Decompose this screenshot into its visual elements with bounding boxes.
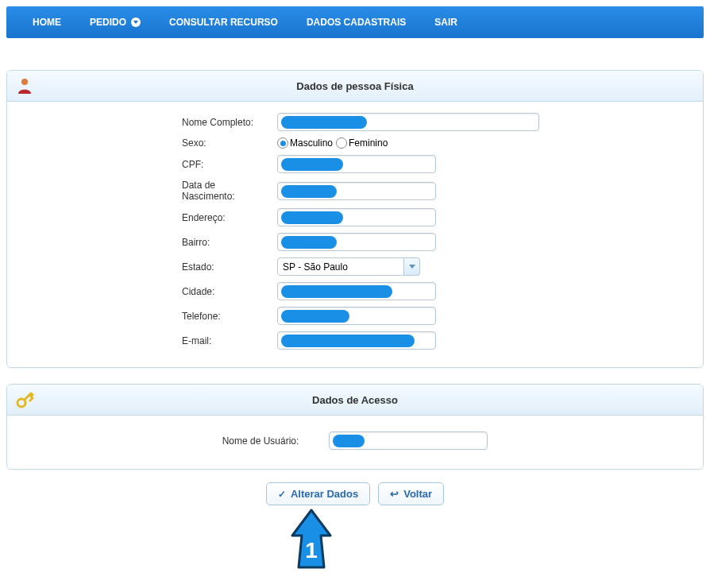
- user-icon: [15, 76, 34, 95]
- nav-dados-cadastrais[interactable]: DADOS CADASTRAIS: [292, 7, 420, 37]
- panel-body: Nome de Usuário:: [7, 416, 703, 469]
- label-nome-completo: Nome Completo:: [23, 117, 277, 128]
- top-nav: HOME PEDIDO CONSULTAR RECURSO DADOS CADA…: [6, 6, 704, 38]
- input-telefone[interactable]: [277, 307, 436, 325]
- key-icon: [15, 390, 34, 409]
- select-estado-value[interactable]: [277, 257, 404, 276]
- label-telefone: Telefone:: [23, 311, 277, 322]
- input-cidade[interactable]: [277, 282, 436, 300]
- label-cpf: CPF:: [23, 159, 277, 170]
- nav-consultar-recurso[interactable]: CONSULTAR RECURSO: [155, 7, 292, 37]
- select-estado[interactable]: [277, 257, 420, 276]
- radio-masculino[interactable]: Masculino: [277, 137, 333, 149]
- button-label: Voltar: [403, 488, 432, 500]
- radio-group-sexo: Masculino Feminino: [277, 137, 388, 149]
- label-sexo: Sexo:: [23, 137, 277, 149]
- radio-label: Feminino: [349, 137, 388, 149]
- callout-arrow: 1: [0, 509, 704, 572]
- button-label: Alterar Dados: [291, 488, 358, 500]
- label-bairro: Bairro:: [23, 237, 277, 248]
- nav-label: PEDIDO: [90, 17, 126, 28]
- input-nascimento[interactable]: [277, 182, 436, 200]
- callout-number: 1: [305, 538, 318, 563]
- nav-label: SAIR: [434, 17, 457, 28]
- label-email: E-mail:: [23, 335, 277, 346]
- label-username: Nome de Usuário:: [222, 435, 323, 447]
- panel-pessoa-fisica: Dados de pessoa Física Nome Completo: Se…: [6, 70, 704, 368]
- nav-label: CONSULTAR RECURSO: [169, 17, 278, 28]
- back-arrow-icon: [390, 488, 399, 500]
- nav-sair[interactable]: SAIR: [420, 7, 472, 37]
- panel-dados-acesso: Dados de Acesso Nome de Usuário:: [6, 384, 704, 470]
- svg-point-0: [21, 79, 28, 85]
- input-nome-completo[interactable]: [277, 113, 539, 131]
- panel-title: Dados de pessoa Física: [7, 80, 703, 92]
- nav-label: HOME: [33, 17, 61, 28]
- radio-icon: [336, 137, 347, 149]
- nav-home[interactable]: HOME: [18, 7, 75, 37]
- panel-body: Nome Completo: Sexo: Masculino Feminino: [7, 102, 703, 367]
- input-cpf[interactable]: [277, 155, 436, 173]
- panel-header: Dados de pessoa Física: [7, 71, 703, 102]
- radio-feminino[interactable]: Feminino: [336, 137, 388, 149]
- input-username[interactable]: [329, 431, 488, 450]
- panel-title: Dados de Acesso: [7, 394, 703, 406]
- alterar-dados-button[interactable]: Alterar Dados: [266, 482, 370, 505]
- radio-label: Masculino: [290, 137, 333, 149]
- radio-icon: [277, 137, 288, 149]
- nav-pedido[interactable]: PEDIDO: [75, 7, 155, 37]
- nav-label: DADOS CADASTRAIS: [307, 17, 406, 28]
- arrow-icon: 1: [287, 509, 335, 572]
- input-bairro[interactable]: [277, 233, 436, 251]
- input-email[interactable]: [277, 331, 436, 350]
- panel-header: Dados de Acesso: [7, 385, 703, 416]
- label-nascimento: Data de Nascimento:: [23, 180, 277, 202]
- check-icon: [278, 488, 286, 500]
- input-endereco[interactable]: [277, 208, 436, 226]
- voltar-button[interactable]: Voltar: [378, 482, 444, 505]
- chevron-down-icon: [131, 17, 141, 27]
- label-cidade: Cidade:: [23, 286, 277, 297]
- chevron-down-icon[interactable]: [404, 257, 420, 276]
- label-endereco: Endereço:: [23, 212, 277, 223]
- label-estado: Estado:: [23, 261, 277, 273]
- action-buttons: Alterar Dados Voltar: [6, 482, 704, 505]
